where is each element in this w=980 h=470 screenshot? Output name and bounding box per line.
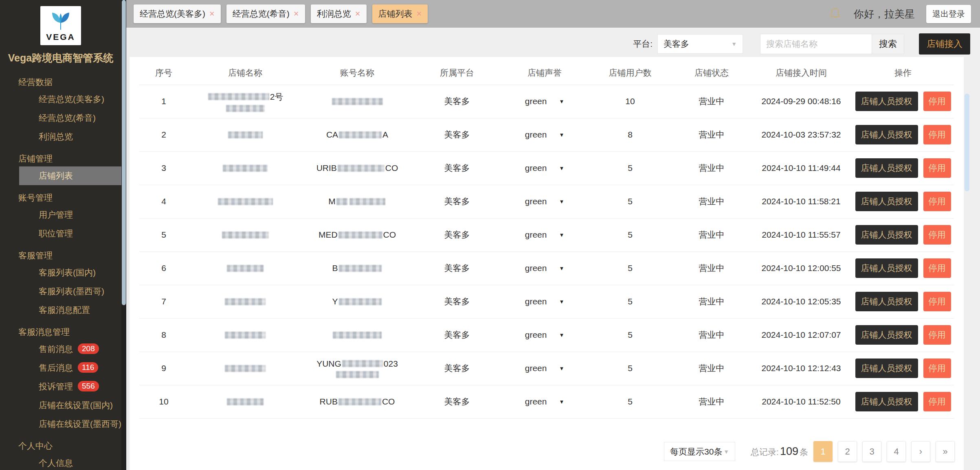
cell-store-name: 2号 — [188, 85, 302, 118]
sidebar-item[interactable]: 个人信息 — [0, 454, 121, 470]
sidebar-section: 个人中心个人信息 — [0, 438, 121, 470]
censored-text-block — [336, 198, 348, 205]
sidebar-item-label: 店铺列表 — [39, 171, 73, 180]
cell-actions: 店铺人员授权停用 — [852, 385, 954, 418]
page-button-3[interactable]: 3 — [862, 441, 881, 462]
staff-authorize-button[interactable]: 店铺人员授权 — [855, 325, 918, 345]
reputation-dropdown-icon[interactable]: ▼ — [559, 98, 564, 105]
staff-authorize-button[interactable]: 店铺人员授权 — [855, 125, 918, 144]
staff-authorize-button[interactable]: 店铺人员授权 — [855, 292, 918, 311]
sidebar-scrollbar-thumb[interactable] — [122, 0, 126, 305]
reputation-dropdown-icon[interactable]: ▼ — [559, 132, 564, 138]
disable-store-button[interactable]: 停用 — [923, 258, 951, 278]
sidebar-item-label: 客服列表(国内) — [39, 268, 96, 277]
sidebar-item[interactable]: 店铺在线设置(墨西哥) — [0, 415, 121, 433]
staff-authorize-button[interactable]: 店铺人员授权 — [855, 359, 918, 378]
cell-seq: 1 — [139, 85, 188, 118]
cell-status: 营业中 — [673, 85, 750, 118]
cell-reputation: green▼ — [502, 185, 587, 218]
page-button-2[interactable]: 2 — [838, 441, 857, 462]
reputation-dropdown-icon[interactable]: ▼ — [559, 265, 564, 271]
sidebar-item-label: 售前消息 — [39, 344, 73, 354]
search-button[interactable]: 搜索 — [872, 34, 904, 54]
sidebar-item[interactable]: 经营总览(美客多) — [0, 90, 121, 109]
tab-close-icon[interactable]: × — [355, 9, 360, 18]
cell-actions: 店铺人员授权停用 — [852, 218, 954, 251]
cell-seq: 7 — [139, 285, 188, 318]
sidebar-item[interactable]: 售前消息208 — [0, 340, 121, 359]
store-connect-button[interactable]: 店铺接入 — [919, 33, 970, 55]
reputation-dropdown-icon[interactable]: ▼ — [559, 399, 564, 405]
disable-store-button[interactable]: 停用 — [923, 125, 951, 144]
sidebar-item[interactable]: 客服列表(墨西哥) — [0, 282, 121, 301]
sidebar-item[interactable]: 投诉管理556 — [0, 377, 121, 396]
sidebar-item[interactable]: 客服列表(国内) — [0, 263, 121, 282]
pagination: 每页显示30条 ▼ 总记录:109条 1234›» — [664, 441, 955, 462]
reputation-dropdown-icon[interactable]: ▼ — [559, 232, 564, 238]
staff-authorize-button[interactable]: 店铺人员授权 — [855, 225, 918, 245]
staff-authorize-button[interactable]: 店铺人员授权 — [855, 158, 918, 178]
cell-reputation: green▼ — [502, 318, 587, 352]
tab-close-icon[interactable]: × — [294, 9, 299, 18]
sidebar-item[interactable]: 用户管理 — [0, 205, 121, 224]
staff-authorize-button[interactable]: 店铺人员授权 — [855, 92, 918, 111]
sidebar-item[interactable]: 售后消息116 — [0, 359, 121, 377]
store-table: 序号店铺名称账号名称所属平台店铺声誉店铺用户数店铺状态店铺接入时间操作 12号美… — [139, 61, 954, 419]
account-name: CAA — [302, 130, 412, 140]
disable-store-button[interactable]: 停用 — [923, 292, 951, 311]
cell-platform: 美客多 — [412, 118, 502, 151]
sidebar-item[interactable]: 店铺在线设置(国内) — [0, 396, 121, 415]
reputation-dropdown-icon[interactable]: ▼ — [559, 332, 564, 338]
censored-text-block — [339, 265, 382, 272]
bell-icon[interactable] — [828, 7, 842, 21]
reputation-dropdown-icon[interactable]: ▼ — [559, 165, 564, 171]
total-unit: 条 — [800, 447, 808, 457]
logout-button[interactable]: 退出登录 — [926, 5, 971, 23]
disable-store-button[interactable]: 停用 — [923, 158, 951, 178]
sidebar-item[interactable]: 客服消息配置 — [0, 301, 121, 319]
tab-经营总览(美客多)[interactable]: 经营总览(美客多)× — [134, 4, 221, 23]
store-name — [188, 198, 302, 205]
tab-店铺列表[interactable]: 店铺列表× — [372, 4, 428, 23]
disable-store-button[interactable]: 停用 — [923, 392, 951, 411]
tab-close-icon[interactable]: × — [209, 9, 215, 18]
reputation-dropdown-icon[interactable]: ▼ — [559, 365, 564, 372]
tab-利润总览[interactable]: 利润总览× — [311, 4, 367, 23]
reputation-dropdown-icon[interactable]: ▼ — [559, 199, 564, 205]
sidebar-item-label: 经营总览(美客多) — [39, 94, 104, 104]
platform-select[interactable]: 美客多 ▼ — [657, 34, 743, 54]
sidebar-scrollbar[interactable] — [121, 0, 126, 470]
store-list-card: 序号店铺名称账号名称所属平台店铺声誉店铺用户数店铺状态店铺接入时间操作 12号美… — [130, 57, 964, 470]
disable-store-button[interactable]: 停用 — [923, 325, 951, 345]
reputation-value: green — [525, 363, 547, 373]
disable-store-button[interactable]: 停用 — [923, 225, 951, 245]
vega-logo: VEGA — [40, 6, 81, 45]
staff-authorize-button[interactable]: 店铺人员授权 — [855, 392, 918, 411]
page-size-select[interactable]: 每页显示30条 ▼ — [664, 442, 735, 461]
sidebar-item[interactable]: 店铺列表 — [19, 166, 121, 185]
table-scrollbar-thumb[interactable] — [965, 94, 969, 191]
sidebar-item[interactable]: 利润总览 — [0, 127, 121, 146]
cell-reputation: green▼ — [502, 352, 587, 385]
disable-store-button[interactable]: 停用 — [923, 92, 951, 111]
censored-line: URIBCO — [316, 163, 398, 173]
cell-store-name — [188, 385, 302, 418]
reputation-dropdown-icon[interactable]: ▼ — [559, 299, 564, 305]
chevron-down-icon: ▼ — [731, 41, 737, 47]
page-button-1[interactable]: 1 — [813, 441, 833, 462]
sidebar-item-label: 售后消息 — [39, 363, 73, 372]
staff-authorize-button[interactable]: 店铺人员授权 — [855, 258, 918, 278]
staff-authorize-button[interactable]: 店铺人员授权 — [855, 192, 918, 211]
next-page-button[interactable]: › — [911, 441, 930, 462]
page-button-4[interactable]: 4 — [887, 441, 906, 462]
tab-经营总览(希音)[interactable]: 经营总览(希音)× — [226, 4, 305, 23]
disable-store-button[interactable]: 停用 — [923, 359, 951, 378]
sidebar-item[interactable]: 职位管理 — [0, 224, 121, 243]
sidebar-item[interactable]: 经营总览(希音) — [0, 109, 121, 127]
account-name: YUNG023 — [302, 359, 412, 378]
cell-status: 营业中 — [673, 218, 750, 251]
disable-store-button[interactable]: 停用 — [923, 192, 951, 211]
last-page-button[interactable]: » — [936, 441, 955, 462]
tab-close-icon[interactable]: × — [417, 9, 422, 18]
search-input[interactable] — [760, 34, 872, 54]
